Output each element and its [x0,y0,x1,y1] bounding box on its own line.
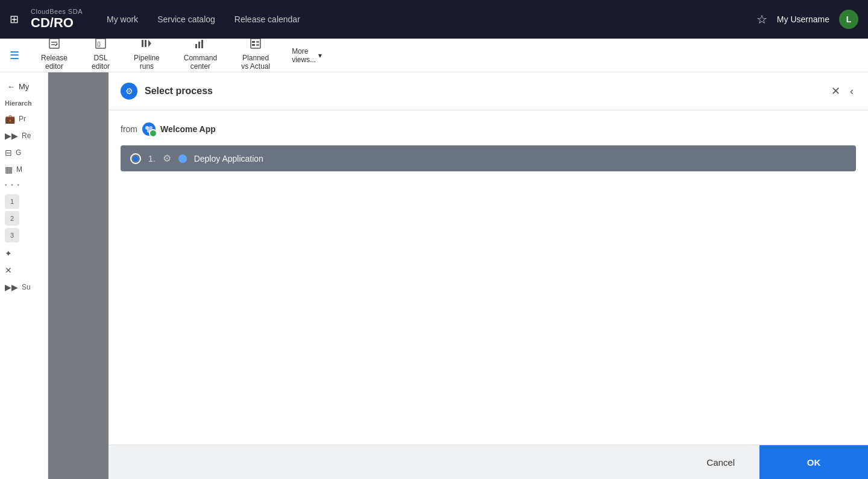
more-views-dropdown[interactable]: Moreviews... ▾ [282,47,332,64]
sidebar-item-s1[interactable]: ✦ [0,245,48,262]
username-label: My Username [777,14,829,24]
sidebar-milestone-label: M [16,165,22,174]
svg-rect-0 [49,39,59,48]
chevron-down-icon: ▾ [318,51,322,60]
tab-dsl-editor[interactable]: {} DSLeditor [80,39,122,72]
sidebar-back-label: My [19,82,29,91]
brand-title: CD/RO [31,15,83,31]
svg-text:{}: {} [97,41,101,47]
process-gear-icon: ⚙ [163,153,171,164]
milestone-icon: ▦ [5,165,13,174]
brand: CloudBees SDA CD/RO [31,8,83,31]
modal-footer: Cancel OK [108,445,868,479]
tab-command-center-label: Commandcenter [184,54,217,71]
process-number: 1. [148,154,156,163]
su-icon: ▶▶ [5,282,18,292]
svg-marker-7 [148,40,151,47]
sidebar-item-tools[interactable]: ✕ [0,262,48,279]
svg-rect-8 [195,44,197,48]
toolbar-tabs: Releaseeditor {} DSLeditor Pipelineruns … [29,39,332,72]
dots-separator: • • • [5,182,20,188]
brand-subtitle: CloudBees SDA [31,8,83,15]
secondary-toolbar: ☰ Releaseeditor {} DSLeditor Pipelinerun… [0,39,868,72]
star-icon[interactable]: ☆ [756,12,767,27]
more-views-label: Moreviews... [292,47,316,64]
sidebar-gate-label: G [16,148,21,157]
sidebar-back[interactable]: ← My [0,77,48,96]
tools-icon: ✕ [5,265,12,275]
from-text: from [121,124,137,134]
svg-point-17 [145,126,149,130]
svg-rect-16 [256,44,259,46]
process-name: Deploy Application [194,154,263,163]
release-editor-icon [49,38,60,51]
sidebar-item-releases[interactable]: ▶▶ Re [0,127,48,144]
sidebar-project-label: Pr [19,115,26,123]
navbar-right: ☆ My Username L [756,10,858,29]
tab-command-center[interactable]: Commandcenter [172,39,229,72]
sidebar: ← My Hierarch 💼 Pr ▶▶ Re ⊟ G ▦ M • • • 1… [0,72,48,479]
nav-release-calendar[interactable]: Release calendar [234,14,300,24]
sidebar-su-label: Su [22,283,31,291]
svg-point-18 [149,126,153,130]
tab-pipeline-runs-label: Pipelineruns [134,54,160,71]
tab-release-editor[interactable]: Releaseeditor [29,39,80,72]
svg-point-19 [147,129,151,133]
process-radio [130,153,141,164]
releases-icon: ▶▶ [5,131,18,141]
svg-rect-6 [145,40,146,47]
sidebar-item-su[interactable]: ▶▶ Su [0,279,48,296]
modal-header: ⚙ Select process ✕ ‹ [108,72,868,110]
tab-planned-vs-actual-label: Plannedvs Actual [241,54,270,71]
gate-icon: ⊟ [5,148,12,157]
tab-planned-vs-actual[interactable]: Plannedvs Actual [229,39,282,72]
grid-icon[interactable]: ⊞ [10,13,19,26]
ok-button[interactable]: OK [760,445,868,479]
nav-my-work[interactable]: My work [107,14,138,24]
sidebar-item-dots1: • • • [0,178,48,192]
svg-rect-12 [251,39,260,48]
tab-dsl-editor-label: DSLeditor [92,54,110,71]
planned-vs-actual-icon [250,38,261,51]
network-icon: ✦ [5,249,12,258]
app-name: Welcome App [160,124,216,134]
app-icon [142,122,156,136]
footer-left-spacer [108,445,682,479]
sidebar-num-1[interactable]: 1 [5,194,19,209]
command-center-icon [195,38,206,51]
tab-release-editor-label: Releaseeditor [41,54,68,71]
svg-rect-9 [198,42,200,48]
sidebar-num-2[interactable]: 2 [5,211,19,226]
modal-gear-icon: ⚙ [121,83,137,100]
svg-rect-13 [252,41,255,43]
modal-title: Select process [145,86,829,97]
pipeline-runs-icon [141,38,152,51]
radio-inner [133,156,138,161]
select-process-modal: ⚙ Select process ✕ ‹ from Welcome App [108,72,868,479]
modal-body: from Welcome App 1. [108,110,868,445]
svg-rect-5 [142,40,143,47]
sidebar-releases-label: Re [22,132,31,140]
sidebar-toggle-icon[interactable]: ☰ [10,49,19,62]
modal-back-button[interactable]: ‹ [848,83,856,100]
nav-service-catalog[interactable]: Service catalog [157,14,215,24]
navbar: ⊞ CloudBees SDA CD/RO My work Service ca… [0,0,868,39]
tab-pipeline-runs[interactable]: Pipelineruns [122,39,172,72]
sidebar-num-3[interactable]: 3 [5,228,19,243]
sidebar-item-gate[interactable]: ⊟ G [0,144,48,161]
cancel-button[interactable]: Cancel [682,445,760,479]
process-item-deploy[interactable]: 1. ⚙ Deploy Application [121,145,856,171]
content-area: +□□□ 🗑 ⋮ ☰ Copy ⎘ ⚙ Select process ✕ ‹ [48,72,868,479]
avatar[interactable]: L [839,10,858,29]
svg-rect-15 [252,44,255,46]
svg-rect-14 [256,41,259,43]
sidebar-item-project[interactable]: 💼 Pr [0,110,48,127]
sidebar-item-milestone[interactable]: ▦ M [0,161,48,178]
modal-close-button[interactable]: ✕ [829,82,843,100]
main-nav: My work Service catalog Release calendar [107,14,756,24]
from-section: from Welcome App [121,122,856,136]
briefcase-icon: 💼 [5,114,15,124]
dsl-editor-icon: {} [95,38,106,51]
svg-rect-10 [201,40,203,48]
sidebar-hierarchy-label: Hierarch [0,96,48,110]
